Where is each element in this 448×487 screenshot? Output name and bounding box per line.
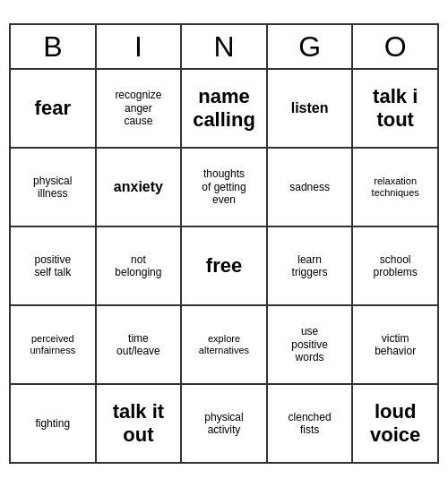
bingo-cell: loud voice — [353, 385, 439, 464]
cell-text: loud voice — [370, 400, 420, 448]
bingo-cell: physical illness — [11, 149, 97, 227]
cell-text: clenched fists — [289, 411, 332, 437]
bingo-cell: explore alternatives — [182, 306, 268, 385]
title-letter: N — [182, 25, 268, 70]
title-letter: O — [353, 25, 439, 70]
bingo-cell: clenched fists — [268, 385, 354, 464]
cell-text: name calling — [193, 85, 255, 132]
cell-text: fear — [35, 97, 71, 120]
cell-text: explore alternatives — [199, 333, 249, 356]
bingo-cell: talk it out — [97, 385, 183, 464]
cell-text: anxiety — [114, 178, 163, 195]
bingo-grid: fearrecognize anger causename callinglis… — [9, 70, 439, 464]
title-letter: G — [268, 25, 354, 70]
cell-text: physical activity — [204, 411, 243, 437]
cell-text: relaxation techniques — [372, 175, 419, 199]
bingo-cell: school problems — [353, 227, 439, 306]
cell-text: school problems — [374, 253, 418, 279]
bingo-cell: fear — [11, 70, 97, 149]
bingo-cell: thoughts of getting even — [182, 149, 268, 227]
cell-text: victim behavior — [375, 332, 416, 358]
cell-text: free — [206, 254, 242, 278]
bingo-cell: talk i tout — [353, 70, 439, 149]
title-letter: B — [11, 25, 97, 70]
cell-text: physical illness — [33, 175, 72, 201]
cell-text: time out/leave — [116, 332, 160, 358]
bingo-cell: sadness — [268, 149, 354, 227]
bingo-cell: name calling — [182, 70, 268, 149]
title-letter: I — [97, 25, 183, 70]
cell-text: recognize anger cause — [115, 89, 161, 127]
bingo-cell: positive self talk — [11, 227, 97, 306]
bingo-cell: not belonging — [97, 227, 183, 306]
bingo-cell: anxiety — [97, 149, 183, 227]
bingo-cell: learn triggers — [268, 227, 354, 306]
bingo-cell: fighting — [11, 385, 97, 464]
bingo-cell: time out/leave — [97, 306, 183, 385]
cell-text: not belonging — [115, 253, 161, 279]
cell-text: use positive words — [291, 325, 328, 363]
cell-text: talk i tout — [373, 85, 418, 132]
bingo-cell: free — [182, 227, 268, 306]
cell-text: sadness — [289, 181, 330, 193]
cell-text: listen — [291, 99, 329, 116]
bingo-board: BINGO fearrecognize anger causename call… — [9, 23, 439, 464]
bingo-cell: victim behavior — [353, 306, 439, 385]
cell-text: learn triggers — [292, 253, 328, 279]
bingo-cell: use positive words — [268, 306, 354, 385]
bingo-cell: relaxation techniques — [353, 149, 439, 227]
cell-text: talk it out — [113, 400, 164, 448]
cell-text: thoughts of getting even — [202, 167, 246, 206]
cell-text: perceived unfairness — [30, 333, 75, 356]
bingo-cell: listen — [268, 70, 354, 149]
bingo-cell: recognize anger cause — [97, 70, 183, 149]
bingo-title-row: BINGO — [9, 23, 439, 70]
cell-text: fighting — [35, 417, 70, 430]
bingo-cell: physical activity — [182, 385, 268, 464]
cell-text: positive self talk — [34, 253, 71, 279]
bingo-cell: perceived unfairness — [11, 306, 97, 385]
